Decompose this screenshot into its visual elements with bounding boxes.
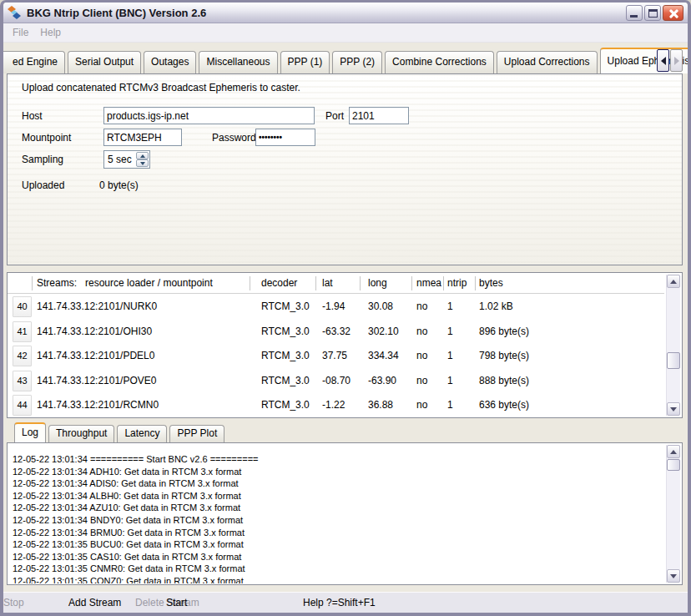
header-long[interactable]: long	[368, 273, 387, 294]
log-line: 12-05-22 13:01:34 ADIS0: Get data in RTC…	[13, 477, 664, 490]
app-icon	[8, 6, 21, 19]
cell-nmea: no	[416, 369, 427, 394]
bottom-button-bar: Help ?=Shift+F1 Add StreamDelete StreamS…	[3, 592, 688, 613]
uploaded-value: 0 byte(s)	[99, 179, 139, 191]
header-decoder[interactable]: decoder	[261, 273, 297, 294]
sampling-label: Sampling	[22, 154, 63, 165]
cell-lat: -1.94	[322, 295, 345, 320]
streams-scrollbar[interactable]	[666, 275, 680, 416]
panel-caption: Upload concatenated RTCMv3 Broadcast Eph…	[22, 82, 300, 93]
menu-file[interactable]: File	[13, 27, 28, 38]
tab-miscellaneous[interactable]: Miscellaneous	[199, 51, 277, 73]
streams-table-body: 40141.74.33.12:2101/NURK0RTCM_3.0-1.9430…	[8, 295, 664, 418]
sampling-up-button[interactable]	[136, 152, 149, 159]
tab-ed-engine[interactable]: ed Engine	[3, 51, 65, 73]
log-line: 12-05-22 13:01:35 CNMR0: Get data in RTC…	[13, 563, 664, 575]
streams-scrollbar-thumb[interactable]	[667, 352, 680, 369]
tab-log[interactable]: Log	[14, 422, 46, 442]
maximize-button[interactable]	[644, 5, 661, 21]
table-row[interactable]: 44141.74.33.12:2101/RCMN0RTCM_3.0-1.2236…	[8, 393, 664, 418]
arrow-right-icon	[674, 57, 679, 65]
cell-nmea: no	[416, 295, 427, 320]
arrow-left-icon	[661, 57, 666, 65]
port-label: Port	[325, 110, 344, 122]
log-scrollbar-thumb[interactable]	[667, 459, 680, 471]
scroll-up-button[interactable]	[667, 275, 680, 288]
cell-long: -63.90	[368, 369, 396, 394]
start-button[interactable]: Start	[166, 593, 187, 613]
sampling-spinner[interactable]: 5 sec	[103, 150, 150, 169]
header-lat[interactable]: lat	[322, 273, 333, 294]
tab-ppp-1[interactable]: PPP (1)	[280, 51, 330, 73]
log-line: 12-05-22 13:01:34 AZU10: Get data in RTC…	[13, 502, 664, 514]
log-line: 12-05-22 13:01:34 BNDY0: Get data in RTC…	[13, 514, 664, 527]
tab-throughput[interactable]: Throughput	[48, 425, 114, 442]
cell-lat: -1.22	[322, 393, 345, 418]
spin-down-icon	[140, 162, 145, 165]
cell-bytes: 888 byte(s)	[479, 369, 529, 394]
header-ntrip[interactable]: ntrip	[447, 273, 467, 294]
cell-num: 40	[13, 296, 32, 317]
cell-bytes: 896 byte(s)	[479, 320, 529, 345]
header-bytes[interactable]: bytes	[479, 273, 503, 294]
tab-combine-corrections[interactable]: Combine Corrections	[385, 51, 494, 73]
host-input[interactable]	[103, 107, 315, 124]
table-row[interactable]: 41141.74.33.12:2101/OHI30RTCM_3.0-63.323…	[8, 320, 664, 345]
streams-table: Streams: resource loader / mountpoint de…	[7, 272, 683, 418]
log-line: 12-05-22 13:01:34 ADH10: Get data in RTC…	[13, 466, 664, 478]
cell-ntrip: 1	[447, 320, 453, 345]
tab-upload-corrections[interactable]: Upload Corrections	[497, 51, 598, 73]
cell-mountpoint: 141.74.33.12:2101/NURK0	[37, 295, 157, 320]
sampling-value: 5 sec	[108, 151, 132, 168]
port-input[interactable]	[349, 107, 409, 124]
tab-serial-output[interactable]: Serial Output	[68, 51, 141, 73]
cell-long: 30.08	[368, 295, 393, 320]
cell-ntrip: 1	[447, 369, 453, 394]
window-title: BKG Ntrip Client (BNC) Version 2.6	[27, 7, 624, 19]
cell-long: 302.10	[368, 320, 399, 345]
mountpoint-input[interactable]	[103, 129, 182, 146]
cell-decoder: RTCM_3.0	[261, 393, 310, 418]
log-line: 12-05-22 13:01:35 CONZ0: Get data in RTC…	[13, 575, 664, 583]
header-nmea[interactable]: nmea	[416, 273, 441, 294]
stop-button[interactable]: Stop	[3, 593, 24, 613]
table-row[interactable]: 40141.74.33.12:2101/NURK0RTCM_3.0-1.9430…	[8, 295, 664, 320]
log-scrollbar[interactable]	[666, 445, 680, 583]
mountpoint-label: Mountpoint	[22, 132, 71, 144]
scroll-down-button[interactable]	[667, 569, 680, 583]
help-shortcut-label: Help ?=Shift+F1	[303, 593, 376, 613]
menu-help[interactable]: Help	[40, 27, 61, 38]
password-input[interactable]	[255, 129, 315, 146]
cell-ntrip: 1	[447, 344, 453, 369]
cell-bytes: 798 byte(s)	[479, 344, 529, 369]
log-panel: 12-05-22 13:01:34 ========== Start BNC v…	[7, 442, 683, 585]
table-row[interactable]: 43141.74.33.12:2101/POVE0RTCM_3.0-08.70-…	[8, 369, 664, 394]
cell-bytes: 1.02 kB	[479, 295, 513, 320]
cell-long: 334.34	[368, 344, 399, 369]
cell-num: 44	[13, 395, 32, 416]
minimize-icon	[630, 15, 638, 18]
sampling-down-button[interactable]	[136, 159, 149, 167]
tab-outages[interactable]: Outages	[144, 51, 196, 73]
arrow-down-icon	[670, 407, 677, 412]
cell-num: 43	[13, 371, 32, 391]
header-mountpoint[interactable]: Streams: resource loader / mountpoint	[37, 273, 213, 294]
tab-scroll-right-button[interactable]	[670, 49, 683, 72]
add-stream-button[interactable]: Add Stream	[68, 593, 121, 613]
bottom-tab-bar: LogThroughputLatencyPPP Plot	[14, 422, 227, 442]
scroll-up-button[interactable]	[667, 445, 680, 458]
cell-nmea: no	[416, 393, 427, 418]
tab-ppp-plot[interactable]: PPP Plot	[169, 425, 224, 442]
table-row[interactable]: 42141.74.33.12:2101/PDEL0RTCM_3.037.7533…	[8, 344, 664, 369]
cell-num: 41	[13, 321, 32, 342]
log-output[interactable]: 12-05-22 13:01:34 ========== Start BNC v…	[9, 445, 664, 583]
cell-decoder: RTCM_3.0	[261, 344, 310, 369]
tab-scroll-left-button[interactable]	[657, 49, 669, 72]
streams-table-header: Streams: resource loader / mountpoint de…	[8, 273, 664, 294]
tab-ppp-2[interactable]: PPP (2)	[332, 51, 382, 73]
tab-latency[interactable]: Latency	[117, 425, 167, 442]
close-button[interactable]	[663, 5, 683, 21]
scroll-down-button[interactable]	[667, 402, 680, 416]
log-line: 12-05-22 13:01:34 ========== Start BNC v…	[13, 453, 664, 466]
minimize-button[interactable]	[626, 5, 643, 21]
